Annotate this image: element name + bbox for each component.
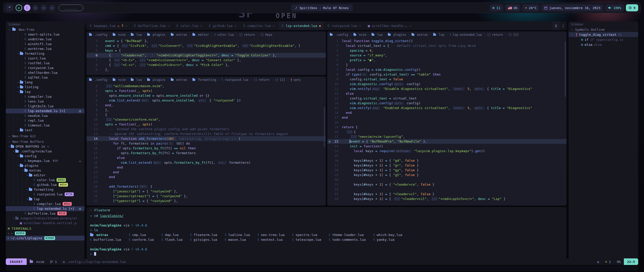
- buffer-tree-item[interactable]: ▾extras: [6, 168, 85, 173]
- breadcrumb-item[interactable]: ☾lsp-extended.lua: [450, 33, 482, 37]
- breadcrumb-item[interactable]: nvim: [113, 78, 126, 82]
- breadcrumb-item[interactable]: extras: [171, 33, 187, 37]
- close-icon[interactable]: ×: [359, 24, 361, 28]
- tree-item[interactable]: ▸linting: [6, 85, 85, 89]
- breadcrumb-item[interactable]: ☾color.lua: [214, 33, 234, 37]
- topbar-pin-icon[interactable]: ⊕: [32, 5, 39, 11]
- buffer-tree-item[interactable]: ▾Juegos/Indies/SteamLibrary/st: [6, 216, 85, 221]
- buffer-tree-item[interactable]: ☾keymaps.lua#10⚠: [6, 158, 85, 163]
- neotree-section-header[interactable]: ▾ Neo-Tree: [6, 27, 85, 32]
- tree-item[interactable]: ▸test: [6, 128, 85, 132]
- tree-item[interactable]: ▸lang: [6, 80, 85, 85]
- terminal-item[interactable]: ›~#2859: [6, 231, 85, 236]
- symbol-item[interactable]: ⊙ifif type(config.vi: [569, 37, 638, 42]
- buffer-tree-item[interactable]: ▾OPEN BUFFERS in ~: [6, 144, 85, 149]
- tree-item[interactable]: ☾rustywind.lua: [6, 65, 85, 70]
- tree-item[interactable]: ☾compiler.lua: [6, 94, 85, 99]
- code-area[interactable]: 3 event = { "BufRead" },4 cmd = { [1]"Cc…: [87, 38, 326, 75]
- workspaces-widget[interactable]: ⊞11: [490, 4, 503, 11]
- topbar-moon-icon[interactable]: ☾: [24, 5, 30, 11]
- breadcrumb-item[interactable]: {}return: [487, 33, 503, 37]
- terminals-section-header[interactable]: ⊞ TERMINALS: [6, 226, 85, 231]
- scrollbar-handle[interactable]: [324, 107, 325, 147]
- tab-compiler-lua[interactable]: ☾compiler.lua×: [240, 21, 278, 30]
- terminal-output[interactable]: › cd lua/plugins/nvim/lua/plugins via ☾ …: [87, 213, 567, 258]
- breadcrumb-item[interactable]: lsp: [433, 33, 444, 37]
- breadcrumb-item[interactable]: lua: [131, 33, 142, 37]
- tree-item[interactable]: ☾smart-splits.lua: [6, 32, 85, 37]
- date-widget[interactable]: jueves, noviembre 16, 2023: [541, 4, 603, 11]
- floaterm-titlebar[interactable]: ▾ Floaterm: [87, 207, 567, 213]
- tree-item[interactable]: ☾isort.lua: [6, 56, 85, 61]
- buffer-tree-item[interactable]: ▾editor: [6, 173, 85, 178]
- breadcrumb-item[interactable]: {}keys: [260, 33, 272, 37]
- buffer-tree-item[interactable]: ▾config: [6, 154, 85, 158]
- tree-item[interactable]: ☾lens.lua: [6, 99, 85, 104]
- close-icon[interactable]: ×: [125, 24, 127, 28]
- close-icon[interactable]: ×: [200, 24, 202, 28]
- tree-item[interactable]: ☾lsp-extended.lu [+]◎: [6, 109, 85, 113]
- breadcrumb-item[interactable]: editor: [192, 33, 209, 37]
- tab-color-lua[interactable]: ☾color.lua×: [173, 21, 206, 30]
- tree-item[interactable]: ☾worktree.lua: [6, 46, 85, 51]
- breadcrumb-item[interactable]: {}[1]: [508, 33, 518, 37]
- tab-lsp-extended-lua[interactable]: ☾lsp-extended.lua●: [278, 21, 324, 30]
- buffer-tree-item[interactable]: ☾compiler.lua#682: [6, 201, 85, 206]
- tree-item[interactable]: ☾rustfmt.lua: [6, 61, 85, 65]
- buffer-tree-item[interactable]: ☾github.lua#654: [6, 182, 85, 187]
- tab-bufferline-lua[interactable]: ☾bufferline.lua×: [131, 21, 173, 30]
- buffer-tree-item[interactable]: ▦scrollbar-handle-vertical.p: [6, 221, 85, 225]
- symbols-outline-header[interactable]: ▾ Symbols Outline: [569, 27, 638, 32]
- breadcrumb-item[interactable]: lua: [372, 33, 383, 37]
- neotree-git-section-header[interactable]: ▸ Neo-Tree Git: [6, 133, 85, 139]
- code-area[interactable]: 3 [1]"williamboman/mason.nvim",4 opts = …: [87, 83, 326, 206]
- command-line[interactable]: [6, 265, 638, 271]
- buffer-tree-item[interactable]: ☾rustywind.lua#726: [6, 192, 85, 197]
- breadcrumb-item[interactable]: extras: [171, 78, 187, 82]
- topbar-power-icon[interactable]: ⊙: [16, 5, 22, 11]
- breadcrumb-item[interactable]: plugins: [147, 33, 166, 37]
- close-icon[interactable]: ×: [234, 24, 236, 28]
- tree-item[interactable]: ▾lsp: [6, 89, 85, 94]
- breadcrumb-item[interactable]: ☾rustywind.lua: [222, 78, 248, 82]
- buffer-tree-item[interactable]: ☾color.lua#493: [6, 178, 85, 182]
- tab-rustywind-lua[interactable]: ☾rustywind.lua×: [324, 21, 365, 30]
- buffer-tree-item[interactable]: ▾formatting: [6, 187, 85, 192]
- branch-segment[interactable]: 1: [47, 258, 60, 265]
- window-title-pill[interactable]: ______: [59, 5, 83, 11]
- breadcrumb-item[interactable]: .config: [89, 78, 107, 82]
- tabpage-2[interactable]: 2: [559, 21, 567, 30]
- close-icon[interactable]: ×: [168, 24, 170, 28]
- close-icon[interactable]: ×: [273, 24, 275, 28]
- tabpage-1[interactable]: 1: [552, 21, 559, 30]
- breadcrumb-item[interactable]: .config: [89, 33, 107, 37]
- scrollbar-handle[interactable]: [565, 42, 566, 97]
- buffer-tree-item[interactable]: ▾.config/nvim/lua: [6, 149, 85, 154]
- breadcrumb-item[interactable]: extras: [412, 33, 428, 37]
- music-player-widget[interactable]: ♪ Spiritbox - Rule Of Nines: [291, 4, 353, 11]
- cwd-segment[interactable]: nvim: [27, 258, 47, 265]
- breadcrumb-item[interactable]: nvim: [113, 33, 126, 37]
- tree-item[interactable]: ☾sqlfmt.lua: [6, 75, 85, 80]
- breadcrumb-item[interactable]: plugins: [388, 33, 406, 37]
- breadcrumb-item[interactable]: {}[2]: [275, 78, 285, 82]
- terminal-item[interactable]: ›~/.c/n/l/plugins#3980: [6, 236, 85, 241]
- buffer-tree-item[interactable]: ☾bufferline.lua#328: [6, 211, 85, 216]
- code-area[interactable]: 1local function toggle_diag_virtext()2 l…: [327, 38, 567, 206]
- topbar-copy-icon[interactable]: ⊟: [41, 5, 47, 11]
- weather-widget[interactable]: ☀24°C: [522, 4, 539, 11]
- tree-item[interactable]: ☾repl.lua: [6, 118, 85, 123]
- tab-keymaps-lua[interactable]: ☾keymaps.lua⚠3×: [87, 21, 131, 30]
- breadcrumb-item[interactable]: lua: [131, 78, 142, 82]
- neotree-buffers-section-header[interactable]: ▾ Neo-Tree Buffers: [6, 139, 85, 144]
- breadcrumb-item[interactable]: plugins: [147, 78, 166, 82]
- clock-widget[interactable]: 9: [626, 4, 638, 11]
- breadcrumb-item[interactable]: formatting: [192, 78, 216, 82]
- breadcrumb-item[interactable]: {}return: [239, 33, 255, 37]
- tree-item[interactable]: ☾neodim.lua: [6, 113, 85, 118]
- tree-item[interactable]: ☾undotree.lua: [6, 37, 85, 42]
- volume-widget[interactable]: 100%: [605, 4, 624, 11]
- topbar-notes-icon[interactable]: ≡: [49, 5, 55, 11]
- tab-github-lua[interactable]: ☾github.lua×: [206, 21, 240, 30]
- breadcrumb-item[interactable]: ƒopts: [291, 78, 301, 82]
